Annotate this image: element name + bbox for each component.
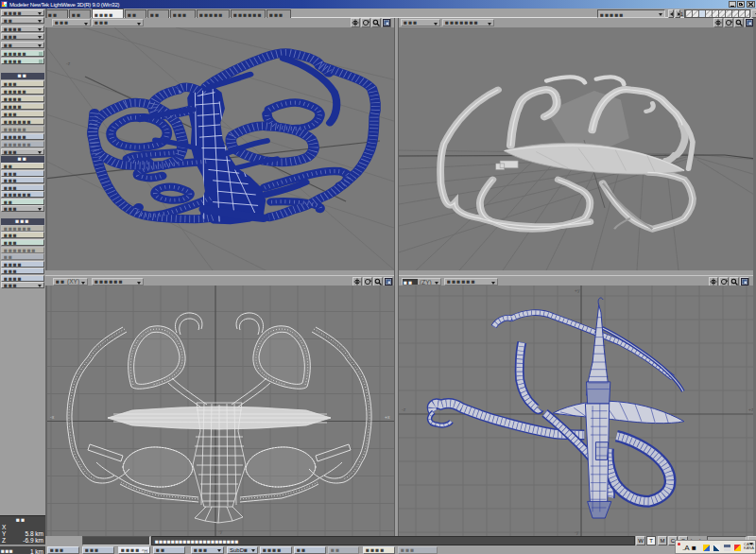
svg-text:-y: -y [218, 528, 223, 534]
svg-text:-z: -z [66, 61, 71, 66]
svg-text:-y: -y [575, 529, 579, 535]
svg-text:+x: +x [385, 414, 390, 420]
svg-text:-z: -z [402, 407, 406, 412]
svg-text:-x: -x [50, 414, 55, 420]
svg-text:+y: +y [575, 287, 580, 293]
